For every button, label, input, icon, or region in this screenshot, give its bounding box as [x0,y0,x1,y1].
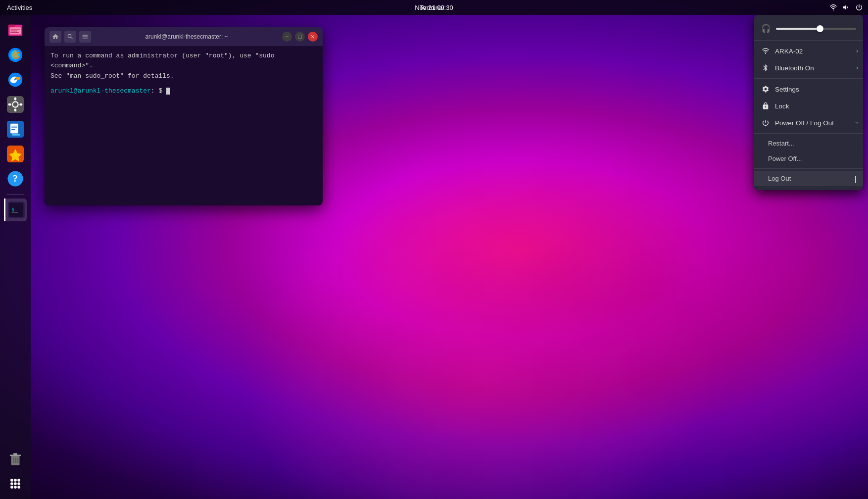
terminal-line-1: To run a command as administrator (user … [50,51,317,70]
restart-label: Restart... [768,140,856,147]
svg-point-10 [16,77,20,80]
svg-rect-18 [10,124,18,134]
menu-separator-3 [754,133,863,134]
power-menu-label: Power Off / Log Out [775,119,856,127]
svg-rect-4 [10,29,20,29]
svg-rect-35 [17,457,18,463]
topbar-right [829,3,863,11]
terminal-cursor [166,88,170,95]
settings-menu-icon [761,85,770,94]
svg-rect-21 [11,127,17,128]
dock-item-firefox[interactable] [4,44,27,66]
dock-separator [6,194,24,195]
system-menu: 🎧 ARKA-02 › [754,15,863,190]
svg-rect-5 [10,31,17,31]
svg-rect-29 [11,212,18,212]
cursor-indicator [855,176,856,183]
power-off-label: Power Off... [768,155,856,162]
svg-rect-32 [13,453,18,455]
headphones-icon: 🎧 [761,24,771,33]
svg-rect-22 [11,129,15,130]
bluetooth-menu-icon [761,63,770,72]
svg-rect-19 [12,134,20,136]
power-off-menu-item[interactable]: Power Off... [754,151,863,166]
lock-menu-item[interactable]: Lock [754,98,863,114]
svg-point-45 [765,53,766,54]
terminal-title: arunkl@arunkl-thesecmaster: ~ [91,33,282,40]
terminal-close-button[interactable] [308,32,318,42]
svg-rect-2 [8,25,15,27]
dock-item-appgrid[interactable] [4,472,27,495]
svg-rect-16 [20,103,23,105]
terminal-minimize-button[interactable] [282,32,292,42]
power-menu-icon [761,118,770,127]
dock-item-terminal[interactable]: $_ [4,199,27,221]
terminal-icon-search[interactable] [64,31,76,43]
svg-rect-13 [14,98,16,100]
volume-slider-fill [776,28,820,30]
terminal-maximize-button[interactable] [295,32,305,42]
svg-point-40 [14,482,17,485]
svg-rect-34 [15,457,16,463]
menu-separator-4 [754,168,863,169]
desktop: Activities Terminal Nov 21 09:30 [0,0,868,499]
svg-point-38 [17,479,20,482]
volume-section: 🎧 [754,19,863,38]
svg-point-0 [833,9,834,10]
svg-point-37 [14,479,17,482]
lock-menu-label: Lock [775,102,856,110]
wifi-topbar-icon[interactable] [829,3,837,11]
terminal-icon-menu[interactable] [79,31,91,43]
dock: ? $_ [0,15,31,499]
bluetooth-chevron-icon: › [856,64,858,71]
topbar-datetime: Nov 21 09:30 [415,4,453,11]
volume-slider[interactable] [776,28,856,30]
dock-item-thunderbird[interactable] [4,68,27,91]
dock-item-trash[interactable] [4,448,27,470]
activities-button[interactable]: Activities [5,4,34,11]
svg-rect-20 [11,126,17,126]
svg-text:$_: $_ [11,207,17,213]
dock-item-libreoffice[interactable] [4,118,27,141]
wifi-menu-item[interactable]: ARKA-02 › [754,43,863,59]
wifi-menu-icon [761,47,770,55]
power-topbar-icon[interactable] [855,3,863,11]
svg-rect-33 [13,457,14,463]
settings-menu-label: Settings [775,86,856,93]
menu-separator-2 [754,78,863,79]
svg-text:?: ? [13,173,18,184]
svg-point-43 [14,486,17,489]
terminal-prompt-symbol: : $ [151,87,166,95]
logout-menu-item[interactable]: Log Out [754,171,863,186]
bluetooth-menu-item[interactable]: Bluetooth On › [754,59,863,76]
power-menu-item[interactable]: Power Off / Log Out › [754,114,863,131]
volume-topbar-icon[interactable] [842,3,850,11]
dock-item-help[interactable]: ? [4,167,27,190]
terminal-body[interactable]: To run a command as administrator (user … [45,46,323,205]
svg-point-42 [10,486,13,489]
volume-slider-thumb [817,25,823,32]
svg-point-39 [10,482,13,485]
terminal-prompt-line: arunkl@arunkl-thesecmaster: $ [50,86,317,96]
settings-menu-item[interactable]: Settings [754,81,863,98]
dock-item-files[interactable] [4,19,27,42]
dock-item-settings-app[interactable] [4,93,27,116]
wifi-menu-label: ARKA-02 [775,48,856,55]
topbar-left: Activities [5,4,34,11]
svg-rect-15 [8,103,11,105]
restart-menu-item[interactable]: Restart... [754,136,863,151]
svg-rect-6 [10,32,19,33]
svg-rect-31 [10,455,21,456]
power-chevron-icon: › [854,122,861,124]
svg-point-44 [17,486,20,489]
terminal-titlebar: arunkl@arunkl-thesecmaster: ~ [45,27,323,46]
menu-separator-1 [754,40,863,41]
svg-point-36 [10,479,13,482]
wifi-chevron-icon: › [856,48,858,54]
terminal-window[interactable]: arunkl@arunkl-thesecmaster: ~ To run a c… [45,27,323,205]
terminal-prompt-user: arunkl@arunkl-thesecmaster [50,87,151,95]
dock-item-software-center[interactable] [4,143,27,165]
terminal-icon-home[interactable] [49,31,61,43]
terminal-line-2: See "man sudo_root" for details. [50,71,317,81]
bluetooth-menu-label: Bluetooth On [775,64,856,72]
